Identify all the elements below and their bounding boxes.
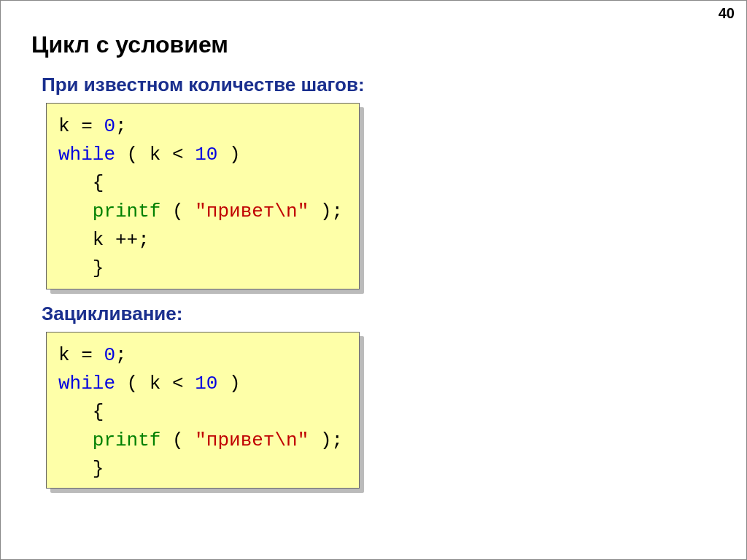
code-text: k ++; [58, 229, 150, 251]
code-text: ( [160, 201, 195, 222]
code-text: k = [58, 115, 104, 137]
slide-title: Цикл с условием [31, 31, 228, 58]
code-text [58, 429, 93, 451]
slide: 40 Цикл с условием При известном количес… [0, 0, 747, 560]
code-text: ) [217, 373, 240, 394]
code-number: 0 [104, 115, 115, 137]
code-text [58, 201, 93, 222]
page-number: 40 [719, 5, 735, 22]
code-number: 10 [195, 373, 217, 394]
code-text: k = [58, 344, 104, 366]
code-number: 0 [104, 344, 115, 366]
code-text: ) [217, 144, 240, 166]
subheading-known-steps: При известном количестве шагов: [42, 74, 365, 96]
code-text: } [58, 257, 104, 279]
code-text: ( [160, 429, 195, 451]
code-string: "привет\n" [195, 429, 309, 451]
subheading-infinite-loop: Зацикливание: [42, 303, 182, 325]
code-text: ; [115, 115, 127, 137]
code-text: { [58, 401, 104, 423]
code-text: ; [115, 344, 127, 366]
code-text: ); [309, 201, 343, 222]
code-number: 10 [195, 144, 217, 166]
code-text: ); [309, 429, 343, 451]
code-block-1: k = 0; while ( k < 10 ) { printf ( "прив… [46, 103, 360, 289]
code-string: "привет\n" [195, 201, 309, 222]
code-block-2: k = 0; while ( k < 10 ) { printf ( "прив… [46, 332, 360, 489]
code-text: ( k < [115, 373, 195, 394]
code-block-1-wrap: k = 0; while ( k < 10 ) { printf ( "прив… [46, 103, 360, 289]
code-function: printf [93, 429, 161, 451]
code-text: } [58, 458, 104, 480]
code-keyword: while [58, 373, 115, 394]
code-text: ( k < [115, 144, 195, 166]
code-keyword: while [58, 144, 115, 166]
code-function: printf [93, 201, 161, 222]
code-block-2-wrap: k = 0; while ( k < 10 ) { printf ( "прив… [46, 332, 360, 489]
code-text: { [58, 172, 104, 194]
